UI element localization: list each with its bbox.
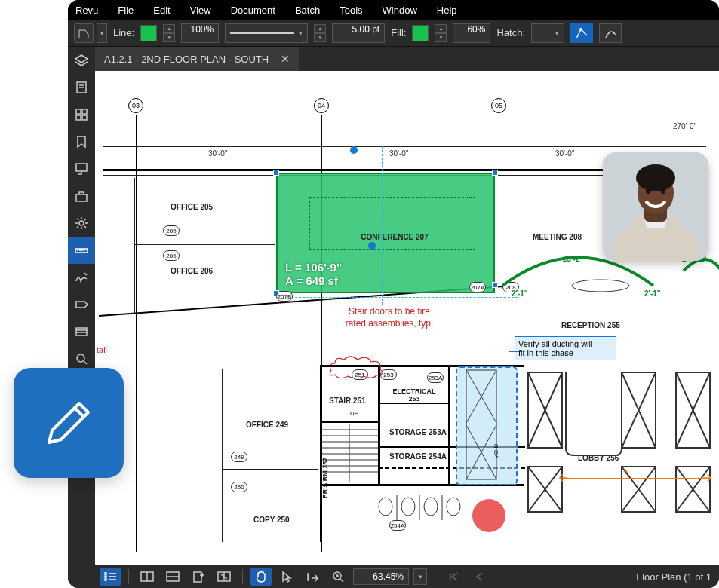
pan-tool-icon[interactable] xyxy=(250,568,272,586)
document-area: A1.2.1 - 2ND FLOOR PLAN - SOUTH ✕ 03 04 … xyxy=(95,47,719,588)
tag-207b: 207B xyxy=(276,291,293,302)
tab-close-icon[interactable]: ✕ xyxy=(281,53,290,65)
tags-icon[interactable] xyxy=(68,291,95,318)
sel-handle[interactable] xyxy=(492,170,498,176)
toilet-fixtures xyxy=(374,492,518,522)
label-ers-rm-252: ER'S RM 252 xyxy=(321,455,329,501)
layers-icon[interactable] xyxy=(68,47,95,74)
svg-line-80 xyxy=(340,579,343,582)
label-office-206: OFFICE 206 xyxy=(171,267,213,275)
text-select-icon[interactable]: I xyxy=(302,568,323,586)
fill-opacity-input[interactable]: 60% xyxy=(453,23,490,43)
shape-tool-dropdown[interactable]: ▾ xyxy=(97,23,107,43)
sel-handle[interactable] xyxy=(273,170,279,176)
line-opacity-input[interactable]: 100% xyxy=(181,23,219,43)
cutoff-tail: tail xyxy=(97,345,107,354)
tag-250: 250 xyxy=(231,482,247,492)
menu-help[interactable]: Help xyxy=(437,5,457,16)
bookmarks-icon[interactable] xyxy=(68,128,95,155)
wall xyxy=(222,469,318,470)
dim-topspan: 270'-0" xyxy=(673,122,696,130)
svg-point-66 xyxy=(105,579,107,581)
tab-bar: A1.2.1 - 2ND FLOOR PLAN - SOUTH ✕ xyxy=(95,47,719,71)
void-hatch xyxy=(465,369,510,482)
grid-bubble-04: 04 xyxy=(314,98,329,113)
line-color-swatch[interactable] xyxy=(140,25,157,41)
sel-center[interactable] xyxy=(368,242,376,250)
select-tool-icon[interactable] xyxy=(276,568,297,586)
menu-edit[interactable]: Edit xyxy=(153,5,170,16)
measurements-icon[interactable] xyxy=(68,237,95,264)
zoom-dropdown[interactable]: ▾ xyxy=(413,568,427,585)
menu-view[interactable]: View xyxy=(190,5,211,16)
grid-line xyxy=(499,115,499,552)
measurement-area-conference[interactable]: CONFERENCE 207 L = 106'-9" A = 649 sf xyxy=(276,173,495,293)
zoom-input[interactable]: 63.45% xyxy=(353,568,409,585)
document-tab[interactable]: A1.2.1 - 2ND FLOOR PLAN - SOUTH ✕ xyxy=(95,47,299,71)
svg-point-10 xyxy=(79,221,84,225)
form-icon[interactable] xyxy=(68,74,95,101)
first-page-icon[interactable] xyxy=(443,568,464,586)
note-leader xyxy=(509,351,518,352)
spaces-icon[interactable] xyxy=(68,155,95,182)
menu-window[interactable]: Window xyxy=(383,5,417,16)
grid-bubble-03: 03 xyxy=(128,98,143,113)
line-weight-input[interactable]: 5.00 pt xyxy=(332,23,385,43)
curve-toggle[interactable] xyxy=(599,23,622,43)
toolbox-icon[interactable] xyxy=(68,182,95,210)
label-reception-255: RECEPTION 255 xyxy=(561,321,620,329)
studio-icon[interactable] xyxy=(68,318,95,345)
grid-line xyxy=(136,115,137,552)
sel-guide xyxy=(382,146,383,305)
sel-guide xyxy=(276,297,518,298)
tag-205: 205 xyxy=(163,225,180,236)
line-weight-spinner[interactable]: ▲▼ xyxy=(314,24,326,42)
split-vertical-icon[interactable] xyxy=(137,568,158,586)
drawing-canvas[interactable]: 03 04 05 270'-0" 30'-0" 30'-0" 30'-0" xyxy=(95,71,719,565)
note-ducting[interactable]: Verify all ducting will fit in this chas… xyxy=(515,336,616,360)
sel-midpoint[interactable] xyxy=(350,146,358,154)
shape-tool-button[interactable] xyxy=(74,23,94,43)
label-void: VOID xyxy=(493,444,499,459)
svg-rect-6 xyxy=(76,115,81,120)
markups-list-icon[interactable] xyxy=(100,568,121,586)
line-opacity-spinner[interactable]: ▲▼ xyxy=(163,24,175,42)
menu-tools[interactable]: Tools xyxy=(340,5,362,16)
revision-cloud[interactable] xyxy=(327,356,388,378)
thumbnails-icon[interactable] xyxy=(68,101,95,128)
menu-revu[interactable]: Revu xyxy=(75,5,98,16)
reception-desk xyxy=(570,278,631,293)
menu-batch[interactable]: Batch xyxy=(295,5,320,16)
dim-line xyxy=(103,133,706,133)
label-storage-253a: STORAGE 253A xyxy=(389,428,447,436)
prev-page-icon[interactable] xyxy=(469,568,490,586)
tag-249: 249 xyxy=(231,452,247,462)
elevator-shafts xyxy=(525,369,714,519)
line-label: Line: xyxy=(113,27,134,38)
hatch-dropdown[interactable]: ▾ xyxy=(531,23,564,43)
split-horizontal-icon[interactable] xyxy=(162,568,183,586)
app-window: Revu File Edit View Document Batch Tools… xyxy=(68,0,719,588)
signatures-icon[interactable] xyxy=(68,264,95,291)
menu-file[interactable]: File xyxy=(118,5,134,16)
snap-toggle[interactable] xyxy=(570,23,593,43)
fill-color-swatch[interactable] xyxy=(412,25,429,41)
dim-orange-line[interactable] xyxy=(563,478,706,479)
svg-point-37 xyxy=(379,498,392,516)
label-office-249: OFFICE 249 xyxy=(246,421,288,429)
note-stair-doors[interactable]: Stair doors to be fire rated assemblies,… xyxy=(329,306,450,329)
svg-rect-16 xyxy=(76,328,87,335)
dim-30c: 30'-0" xyxy=(555,149,574,158)
fill-opacity-spinner[interactable]: ▲▼ xyxy=(435,24,447,42)
line-style-dropdown[interactable]: ▾ xyxy=(225,23,308,43)
fill-label: Fill: xyxy=(391,27,406,38)
label-stair-251: STAIR 251 xyxy=(329,397,366,405)
left-sidebar xyxy=(68,47,95,588)
new-page-icon[interactable] xyxy=(188,568,209,586)
unsplit-icon[interactable] xyxy=(214,568,235,586)
svg-rect-7 xyxy=(82,115,87,120)
zoom-tool-icon[interactable] xyxy=(327,568,349,586)
wall xyxy=(378,403,450,404)
menu-document[interactable]: Document xyxy=(231,5,275,16)
settings-icon[interactable] xyxy=(68,210,95,237)
